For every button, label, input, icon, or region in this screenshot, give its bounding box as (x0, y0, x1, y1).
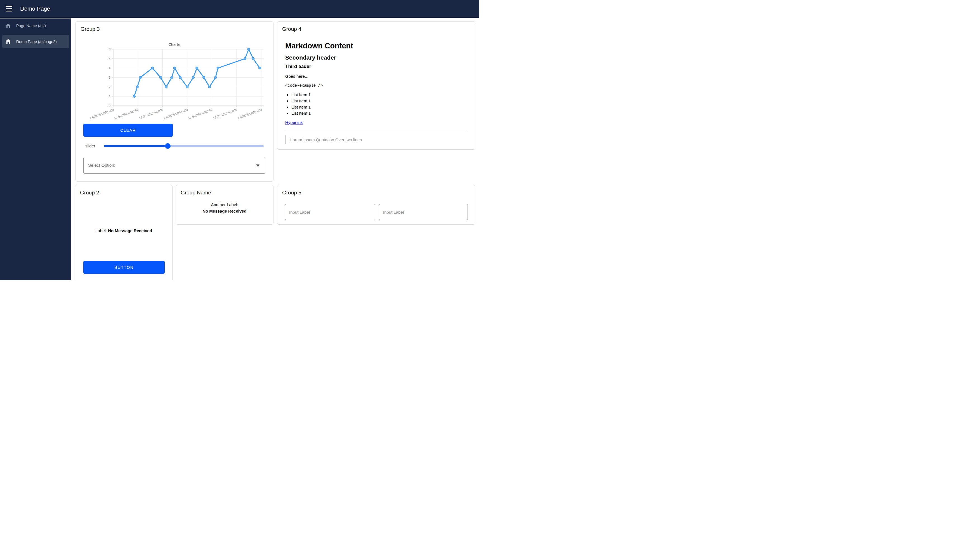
sidebar-item-label: Demo Page (/ui/page2) (16, 40, 57, 44)
message-value: No Message Received (108, 228, 152, 233)
group-name-card: Group Name Another Label: No Message Rec… (176, 185, 273, 225)
message-value: No Message Received (176, 208, 273, 214)
svg-text:1,690,361,046,000: 1,690,361,046,000 (188, 108, 213, 120)
group5-card: Group 5 (277, 185, 475, 225)
svg-text:5: 5 (109, 57, 111, 60)
input-label-field-1[interactable] (285, 204, 375, 220)
markdown-paragraph: Goes here... (285, 74, 467, 79)
group2-button[interactable]: BUTTON (83, 261, 165, 274)
list-item: List Item 1 (291, 98, 467, 103)
hyperlink[interactable]: Hyperlink (285, 120, 303, 125)
svg-text:1,690,361,042,000: 1,690,361,042,000 (138, 108, 163, 120)
top-navbar: Demo Page (0, 0, 479, 18)
home-icon (6, 39, 11, 44)
group4-title: Group 4 (282, 26, 301, 32)
input-label-field-2[interactable] (379, 204, 468, 220)
markdown-code: <code-example /> (285, 83, 467, 88)
svg-text:Charts: Charts (168, 42, 180, 46)
dropdown-caret-icon (256, 165, 260, 167)
markdown-h3: Third eader (285, 64, 467, 69)
svg-text:3: 3 (109, 76, 111, 79)
home-icon (6, 23, 11, 28)
slider[interactable] (104, 145, 264, 147)
sidebar: Page Name (/ui/) Demo Page (/ui/page2) (0, 19, 71, 280)
select-label: Select Option: (88, 163, 115, 168)
svg-text:1,690,361,048,000: 1,690,361,048,000 (212, 108, 237, 120)
slider-row: slider (85, 143, 264, 150)
blockquote: Lorum Ipsum Quotation Over two lines (285, 135, 467, 144)
list-item: List Item 1 (291, 92, 467, 97)
sidebar-item-page-name[interactable]: Page Name (/ui/) (2, 19, 69, 32)
slider-label: slider (85, 143, 95, 148)
svg-text:6: 6 (109, 48, 111, 51)
group2-title: Group 2 (80, 190, 99, 196)
select-option-dropdown[interactable]: Select Option: (83, 157, 265, 174)
svg-text:0: 0 (109, 104, 111, 108)
svg-text:1,690,361,044,000: 1,690,361,044,000 (163, 108, 188, 120)
slider-fill (104, 145, 168, 147)
app-title: Demo Page (20, 6, 50, 12)
group3-card: Group 3 01234561,690,361,038,0001,690,36… (76, 21, 273, 182)
group2-card: Group 2 Label: No Message Received BUTTO… (75, 185, 173, 280)
group3-title: Group 3 (81, 26, 100, 32)
svg-text:1: 1 (109, 95, 111, 98)
svg-text:1,690,361,050,000: 1,690,361,050,000 (237, 108, 262, 120)
svg-text:4: 4 (109, 66, 111, 70)
menu-icon[interactable] (6, 6, 13, 11)
svg-text:2: 2 (109, 85, 111, 89)
list-item: List Item 1 (291, 105, 467, 109)
group-name-message: Another Label: No Message Received (176, 201, 273, 214)
svg-text:1,690,361,038,000: 1,690,361,038,000 (89, 108, 114, 120)
message-label: Another Label: (176, 201, 273, 208)
markdown-list: List Item 1 List Item 1 List Item 1 List… (285, 92, 467, 116)
svg-text:1,690,361,040,000: 1,690,361,040,000 (114, 108, 139, 120)
group5-title: Group 5 (282, 190, 301, 196)
markdown-content: Markdown Content Secondary header Third … (285, 40, 467, 144)
group-name-title: Group Name (181, 190, 211, 196)
slider-thumb[interactable] (165, 143, 171, 149)
sidebar-item-label: Page Name (/ui/) (16, 24, 46, 28)
group4-card: Group 4 Markdown Content Secondary heade… (277, 21, 475, 150)
message-label: Label: (95, 228, 107, 233)
line-chart[interactable]: 01234561,690,361,038,0001,690,361,040,00… (80, 41, 269, 124)
markdown-h2: Secondary header (285, 54, 467, 61)
group2-message: Label: No Message Received (75, 228, 172, 233)
divider (285, 131, 467, 131)
clear-button[interactable]: CLEAR (83, 124, 173, 137)
markdown-h1: Markdown Content (285, 42, 467, 50)
sidebar-item-demo-page[interactable]: Demo Page (/ui/page2) (2, 35, 69, 48)
list-item: List Item 1 (291, 111, 467, 116)
